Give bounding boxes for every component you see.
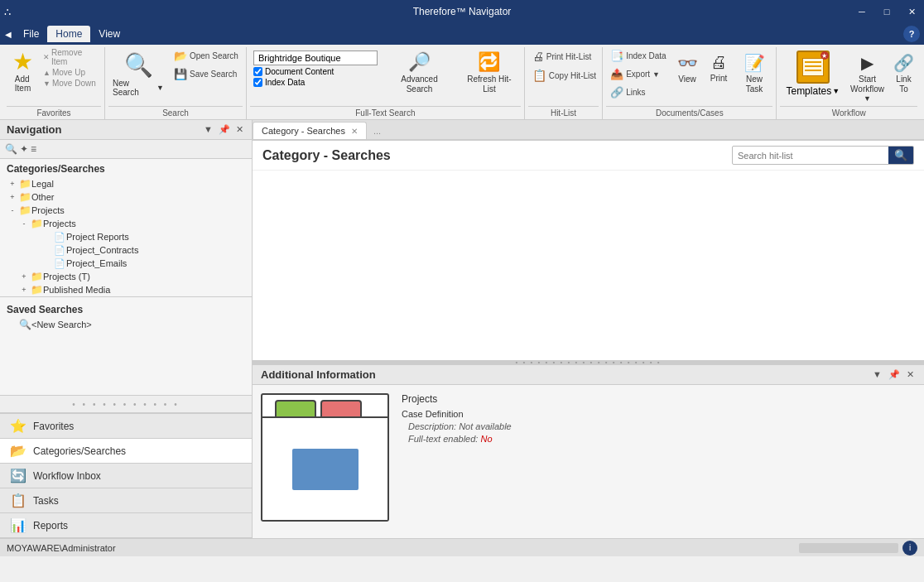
legal-toggle[interactable]: + xyxy=(7,178,18,190)
tree-item-contracts[interactable]: 📄 Project_Contracts xyxy=(0,243,252,257)
info-collapse-button[interactable]: ▼ xyxy=(871,369,883,380)
ribbon-group-fulltext: Document Content Index Data 🔎 Advanced S… xyxy=(247,47,525,119)
nav-splitter[interactable]: • • • • • • • • • • • xyxy=(0,395,252,413)
tab-label: Category - Searches xyxy=(262,126,345,136)
info-subtitle: Case Definition xyxy=(402,409,512,419)
projects-sub-toggle[interactable]: - xyxy=(18,218,30,229)
start-workflow-icon: ▶ xyxy=(861,53,873,73)
saved-searches-heading: Saved Searches xyxy=(0,300,252,318)
new-search-icon: 🔍 xyxy=(18,319,31,330)
additional-info-header: Additional Information ▼ 📌 ✕ xyxy=(253,365,924,385)
print-hitlist-button[interactable]: 🖨 Print Hit-List xyxy=(528,47,599,65)
categories-tab-label: Categories/Searches xyxy=(33,445,126,457)
nav-tab-tasks[interactable]: 📋 Tasks xyxy=(0,488,252,513)
status-info-button[interactable]: i xyxy=(902,541,917,556)
print-button[interactable]: 🖨 Print xyxy=(705,51,734,86)
contracts-doc-icon: 📄 xyxy=(53,244,66,256)
tasks-tab-label: Tasks xyxy=(33,495,59,507)
new-search-item[interactable]: 🔍 <New Search> xyxy=(0,318,252,331)
search-hit-list-button[interactable]: 🔍 xyxy=(888,147,913,164)
templates-button[interactable]: ★ Templates ▼ xyxy=(780,47,845,100)
index-data-checkbox[interactable] xyxy=(253,78,262,87)
link-to-button[interactable]: 🔗 Link To xyxy=(889,51,918,97)
close-button[interactable]: ✕ xyxy=(899,0,924,23)
view-button[interactable]: 👓 View xyxy=(673,51,702,87)
tree-item-projects-sub[interactable]: - 📁 Projects xyxy=(0,217,252,230)
nav-tabs: ⭐ Favorites 📂 Categories/Searches 🔄 Work… xyxy=(0,413,252,538)
categories-tab-icon: 📂 xyxy=(10,443,26,459)
menu-back-arrow[interactable]: ◀ xyxy=(2,30,15,39)
new-search-label: New Search ▼ xyxy=(113,79,164,97)
doc-content-checkbox[interactable] xyxy=(253,67,262,76)
move-down-button[interactable]: ▼ Move Down xyxy=(41,78,101,89)
menu-home[interactable]: Home xyxy=(47,26,90,42)
published-media-toggle[interactable]: + xyxy=(18,284,30,296)
tree-item-other[interactable]: + 📁 Other xyxy=(0,190,252,204)
new-search-button[interactable]: 🔍 New Search ▼ xyxy=(108,47,168,98)
export-button[interactable]: 📤 Export ▼ xyxy=(606,65,670,83)
info-text: Projects Case Definition Description: No… xyxy=(402,393,512,530)
print-hitlist-icon: 🖨 xyxy=(532,50,544,63)
fulltext-search-input[interactable] xyxy=(253,51,378,65)
tree-item-projects[interactable]: - 📁 Projects xyxy=(0,204,252,217)
status-progress-bar xyxy=(799,543,898,553)
tab-close-button[interactable]: ✕ xyxy=(351,127,358,136)
ribbon-group-hitlist: 🖨 Print Hit-List 📋 Copy Hit-List Hit-Lis… xyxy=(525,47,603,119)
start-workflow-button[interactable]: ▶ StartWorkflow ▼ xyxy=(848,51,887,105)
projects-folder-icon: 📁 xyxy=(18,204,31,216)
tab-category-searches[interactable]: Category - Searches ✕ xyxy=(253,122,367,139)
projects-t-toggle[interactable]: + xyxy=(18,271,30,282)
title-bar-left: ∴ xyxy=(0,0,15,23)
nav-search-bar: 🔍 ✦ ≡ xyxy=(0,140,252,159)
tree-item-emails[interactable]: 📄 Project_Emails xyxy=(0,257,252,270)
info-fulltext-row: Full-text enabled: No xyxy=(402,434,512,444)
folder-blue-rect xyxy=(292,449,359,490)
add-item-button[interactable]: ★ AddItem xyxy=(7,47,39,96)
tree-item-reports[interactable]: 📄 Project Reports xyxy=(0,230,252,243)
nav-tab-workflow-inbox[interactable]: 🔄 Workflow Inbox xyxy=(0,464,252,488)
tree-item-published-media[interactable]: + 📁 Published Media xyxy=(0,283,252,296)
ribbon: ★ AddItem ✕ Remove Item ▲ Move Up ▼ Move… xyxy=(0,45,924,120)
start-workflow-dropdown-icon: ▼ xyxy=(864,94,871,103)
index-data-button[interactable]: 📑 Index Data xyxy=(606,47,670,65)
projects-toggle[interactable]: - xyxy=(7,204,18,216)
tab-more-button[interactable]: ... xyxy=(368,123,386,139)
nav-tab-categories[interactable]: 📂 Categories/Searches xyxy=(0,439,252,464)
remove-item-button[interactable]: ✕ Remove Item xyxy=(41,47,101,67)
move-up-button[interactable]: ▲ Move Up xyxy=(41,67,101,78)
new-task-button[interactable]: 📝 New Task xyxy=(736,51,773,97)
doc-content-label: Document Content xyxy=(265,67,334,76)
tree-item-legal[interactable]: + 📁 Legal xyxy=(0,177,252,190)
other-toggle[interactable]: + xyxy=(7,191,18,203)
help-button[interactable]: ? xyxy=(903,26,920,42)
info-pin-button[interactable]: 📌 xyxy=(887,369,902,380)
advanced-search-button[interactable]: 🔎 Advanced Search xyxy=(384,47,455,98)
nav-pin-button[interactable]: 📌 xyxy=(217,124,232,135)
folder-body xyxy=(262,416,387,520)
nav-close-button[interactable]: ✕ xyxy=(234,124,245,135)
nav-tab-reports[interactable]: 📊 Reports xyxy=(0,513,252,538)
copy-hitlist-button[interactable]: 📋 Copy Hit-List xyxy=(528,66,599,84)
nav-tab-favorites[interactable]: ⭐ Favorites xyxy=(0,414,252,439)
save-search-button[interactable]: 💾 Save Search xyxy=(170,65,243,83)
links-button[interactable]: 🔗 Links xyxy=(606,84,670,101)
info-close-button[interactable]: ✕ xyxy=(905,369,916,380)
status-user: MOYAWARE\Administrator xyxy=(7,543,116,553)
other-label: Other xyxy=(31,192,55,202)
nav-collapse-button[interactable]: ▼ xyxy=(202,124,214,135)
maximize-button[interactable]: □ xyxy=(874,0,899,23)
menu-view[interactable]: View xyxy=(90,26,128,42)
tab-bar: Category - Searches ✕ ... xyxy=(253,120,924,141)
tree-item-projects-t[interactable]: + 📁 Projects (T) xyxy=(0,270,252,283)
open-search-button[interactable]: 📂 Open Search xyxy=(170,47,243,65)
copy-hitlist-icon: 📋 xyxy=(532,69,546,82)
menu-file[interactable]: File xyxy=(15,26,47,42)
contracts-label: Project_Contracts xyxy=(66,245,138,255)
projects-sub-label: Projects xyxy=(43,219,76,228)
hitlist-group-label: Hit-List xyxy=(528,106,599,119)
folder-tab-pink xyxy=(320,400,362,418)
refresh-hitlist-button[interactable]: 🔁 Refresh Hit-List xyxy=(458,47,521,98)
minimize-button[interactable]: ─ xyxy=(849,0,874,23)
search-hit-list-input[interactable] xyxy=(733,148,888,163)
additional-info-title: Additional Information xyxy=(261,368,376,381)
